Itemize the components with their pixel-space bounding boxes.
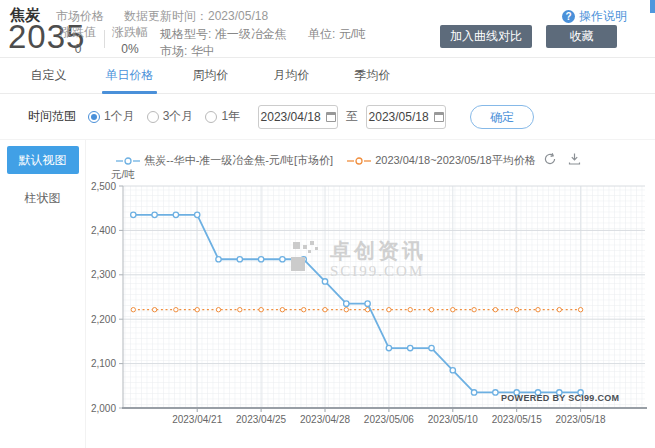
header: 焦炭 市场价格 数据更新时间：2023/05/18 2035 涨跌值 0 涨跌幅… bbox=[0, 0, 655, 58]
calendar-icon bbox=[434, 112, 444, 122]
svg-text:2,500: 2,500 bbox=[91, 181, 116, 192]
update-time: 数据更新时间：2023/05/18 bbox=[124, 8, 268, 25]
sidebar-item-0[interactable]: 默认视图 bbox=[7, 146, 79, 174]
chart-region: 焦炭--华中-准一级冶金焦-元/吨[市场价]2023/04/18~2023/05… bbox=[86, 140, 655, 448]
question-circle-icon: ? bbox=[562, 10, 575, 23]
add-curve-compare-button[interactable]: 加入曲线对比 bbox=[440, 25, 532, 48]
confirm-button[interactable]: 确定 bbox=[470, 105, 534, 129]
sidebar-item-1[interactable]: 柱状图 bbox=[7, 184, 79, 212]
change-pct: 0% bbox=[112, 42, 148, 57]
svg-text:2023/04/21: 2023/04/21 bbox=[172, 414, 222, 425]
start-date-input[interactable]: 2023/04/18 bbox=[258, 105, 338, 129]
change-value-block: 涨跌值 0 bbox=[60, 25, 96, 57]
unit-label: 单位: 元/吨 bbox=[308, 27, 366, 41]
change-value: 0 bbox=[60, 42, 96, 57]
to-label: 至 bbox=[346, 108, 358, 125]
end-date-input[interactable]: 2023/05/18 bbox=[366, 105, 446, 129]
end-date-value: 2023/05/18 bbox=[369, 110, 429, 124]
chart-toolbar bbox=[543, 152, 581, 166]
svg-text:2,000: 2,000 bbox=[91, 403, 116, 414]
svg-text:2023/05/15: 2023/05/15 bbox=[492, 414, 542, 425]
radio-icon bbox=[205, 111, 217, 123]
legend-marker-icon bbox=[116, 156, 140, 166]
tab-3[interactable]: 月均价 bbox=[251, 58, 332, 93]
help-link[interactable]: ? 操作说明 bbox=[562, 8, 627, 25]
scrollbar-thumb[interactable] bbox=[650, 0, 655, 13]
radio-icon bbox=[88, 111, 100, 123]
tab-4[interactable]: 季均价 bbox=[332, 58, 413, 93]
legend-item-1[interactable]: 2023/04/18~2023/05/18平均价格 bbox=[347, 153, 536, 168]
spec-label: 规格型号: 准一级冶金焦 bbox=[160, 27, 287, 41]
update-time-label: 数据更新时间： bbox=[124, 9, 208, 23]
chart-legend: 焦炭--华中-准一级冶金焦-元/吨[市场价]2023/04/18~2023/05… bbox=[86, 153, 566, 168]
divider bbox=[104, 30, 105, 48]
view-sidebar: 默认视图柱状图 bbox=[0, 140, 86, 448]
tab-0[interactable]: 自定义 bbox=[8, 58, 89, 93]
svg-text:2,200: 2,200 bbox=[91, 314, 116, 325]
spec-block: 规格型号: 准一级冶金焦 单位: 元/吨 市场: 华中 bbox=[160, 26, 366, 60]
tab-1[interactable]: 单日价格 bbox=[89, 58, 170, 93]
radio-period-2[interactable]: 1年 bbox=[205, 108, 240, 125]
svg-text:2023/04/28: 2023/04/28 bbox=[300, 414, 350, 425]
radio-period-0[interactable]: 1个月 bbox=[88, 108, 135, 125]
change-pct-block: 涨跌幅 0% bbox=[112, 25, 148, 57]
header-buttons: 加入曲线对比 收藏 bbox=[440, 25, 617, 48]
change-pct-label: 涨跌幅 bbox=[112, 25, 148, 40]
change-value-label: 涨跌值 bbox=[60, 25, 96, 40]
radio-period-1[interactable]: 3个月 bbox=[147, 108, 194, 125]
svg-text:2023/05/10: 2023/05/10 bbox=[428, 414, 478, 425]
svg-text:2023/05/06: 2023/05/06 bbox=[364, 414, 414, 425]
svg-text:2023/05/18: 2023/05/18 bbox=[556, 414, 606, 425]
refresh-icon[interactable] bbox=[543, 152, 557, 166]
favorite-button[interactable]: 收藏 bbox=[546, 25, 617, 48]
legend-label: 2023/04/18~2023/05/18平均价格 bbox=[375, 153, 536, 168]
svg-text:2023/04/25: 2023/04/25 bbox=[236, 414, 286, 425]
time-range-label: 时间范围 bbox=[28, 108, 76, 125]
calendar-icon bbox=[326, 112, 336, 122]
help-label: 操作说明 bbox=[579, 8, 627, 25]
powered-by-label: POWERED BY SCI99.COM bbox=[501, 393, 619, 403]
filter-row: 时间范围 1个月3个月1年 2023/04/18 至 2023/05/18 确定 bbox=[0, 94, 655, 140]
download-icon[interactable] bbox=[568, 152, 581, 166]
svg-text:元/吨: 元/吨 bbox=[111, 168, 135, 180]
page: 焦炭 市场价格 数据更新时间：2023/05/18 2035 涨跌值 0 涨跌幅… bbox=[0, 0, 655, 448]
legend-marker-icon bbox=[347, 156, 371, 166]
period-options: 1个月3个月1年 bbox=[88, 108, 252, 125]
svg-text:2,400: 2,400 bbox=[91, 225, 116, 236]
start-date-value: 2023/04/18 bbox=[261, 110, 321, 124]
update-time-value: 2023/05/18 bbox=[208, 9, 268, 23]
svg-text:2,100: 2,100 bbox=[91, 358, 116, 369]
legend-label: 焦炭--华中-准一级冶金焦-元/吨[市场价] bbox=[144, 153, 333, 168]
svg-text:2,300: 2,300 bbox=[91, 269, 116, 280]
tab-2[interactable]: 周均价 bbox=[170, 58, 251, 93]
radio-icon bbox=[147, 111, 159, 123]
legend-item-0[interactable]: 焦炭--华中-准一级冶金焦-元/吨[市场价] bbox=[116, 153, 333, 168]
tab-bar: 自定义单日价格周均价月均价季均价 bbox=[0, 58, 655, 94]
